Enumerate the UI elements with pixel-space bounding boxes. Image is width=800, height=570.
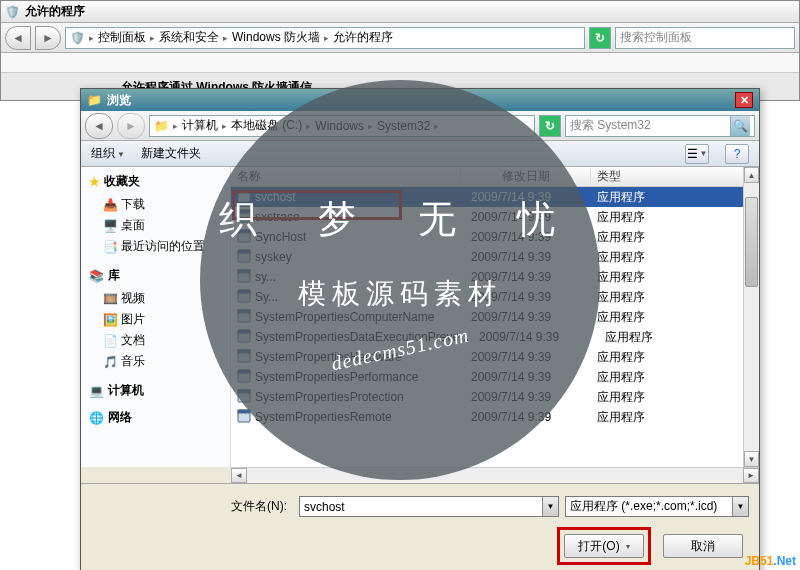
breadcrumb-item[interactable]: 系统和安全 <box>159 29 219 46</box>
open-button[interactable]: 打开(O)▾ <box>564 534 644 558</box>
chevron-down-icon[interactable]: ▼ <box>732 497 748 516</box>
horizontal-scrollbar[interactable]: ◄ ► <box>231 467 759 483</box>
filename-label: 文件名(N): <box>231 498 293 515</box>
file-row[interactable]: SystemPropertiesDataExecutionPreve...200… <box>231 327 759 347</box>
sidebar-network[interactable]: 🌐网络 <box>89 409 222 426</box>
file-row[interactable]: sy...2009/7/14 9:39应用程序 <box>231 267 759 287</box>
file-name: Sy... <box>255 290 278 304</box>
view-button[interactable]: ☰▼ <box>685 144 709 164</box>
outer-titlebar: 🛡️ 允许的程序 <box>1 1 799 23</box>
forward-button[interactable]: ► <box>35 26 61 50</box>
search-icon[interactable]: 🔍 <box>730 116 750 136</box>
sidebar-item-documents[interactable]: 📄文档 <box>89 330 222 351</box>
app-icon <box>237 269 251 286</box>
filename-input[interactable]: svchost ▼ <box>299 496 559 517</box>
search-placeholder: 搜索 System32 <box>570 117 651 134</box>
file-date: 2009/7/14 9:39 <box>461 350 591 364</box>
scroll-left-icon[interactable]: ◄ <box>231 468 247 483</box>
sidebar-item-videos[interactable]: 🎞️视频 <box>89 288 222 309</box>
svg-rect-11 <box>238 290 250 293</box>
dialog-forward-button[interactable]: ► <box>117 113 145 139</box>
picture-icon: 🖼️ <box>103 313 117 327</box>
breadcrumb-item[interactable]: System32 <box>377 119 430 133</box>
file-type: 应用程序 <box>599 329 759 346</box>
sidebar-favorites-header[interactable]: ★收藏夹 <box>89 173 222 190</box>
computer-icon: 💻 <box>89 384 104 398</box>
app-icon <box>237 289 251 306</box>
app-icon <box>237 349 251 366</box>
file-date: 2009/7/14 9:39 <box>461 310 591 324</box>
file-filter-select[interactable]: 应用程序 (*.exe;*.com;*.icd) ▼ <box>565 496 749 517</box>
scrollbar-thumb[interactable] <box>745 197 758 287</box>
svg-rect-1 <box>238 190 250 193</box>
sidebar-computer[interactable]: 💻计算机 <box>89 382 222 399</box>
chevron-right-icon: ▸ <box>324 33 329 43</box>
file-row[interactable]: SystemPropertiesPerformance2009/7/14 9:3… <box>231 367 759 387</box>
open-button-highlight: 打开(O)▾ <box>557 527 651 565</box>
file-date: 2009/7/14 9:39 <box>461 290 591 304</box>
app-icon <box>237 229 251 246</box>
file-row[interactable]: syskey2009/7/14 9:39应用程序 <box>231 247 759 267</box>
file-row[interactable]: svchost2009/7/14 9:39应用程序 <box>231 187 759 207</box>
app-icon <box>237 389 251 406</box>
file-name: svchost <box>255 190 296 204</box>
dialog-back-button[interactable]: ◄ <box>85 113 113 139</box>
outer-nav-bar: ◄ ► 🛡️ ▸ 控制面板 ▸ 系统和安全 ▸ Windows 防火墙 ▸ 允许… <box>1 23 799 53</box>
breadcrumb-item[interactable]: 本地磁盘 (C:) <box>231 117 302 134</box>
refresh-button[interactable]: ↻ <box>589 27 611 49</box>
chevron-right-icon: ▸ <box>150 33 155 43</box>
breadcrumb-item[interactable]: Windows 防火墙 <box>232 29 320 46</box>
dialog-address-bar[interactable]: 📁 ▸ 计算机 ▸ 本地磁盘 (C:) ▸ Windows ▸ System32… <box>149 115 535 137</box>
close-button[interactable]: ✕ <box>735 92 753 108</box>
dialog-search-input[interactable]: 搜索 System32 🔍 <box>565 115 755 137</box>
new-folder-button[interactable]: 新建文件夹 <box>141 145 201 162</box>
help-button[interactable]: ? <box>725 144 749 164</box>
dialog-titlebar[interactable]: 📁 浏览 ✕ <box>81 89 759 111</box>
sidebar-item-desktop[interactable]: 🖥️桌面 <box>89 215 222 236</box>
dialog-refresh-button[interactable]: ↻ <box>539 115 561 137</box>
sidebar-item-downloads[interactable]: 📥下载 <box>89 194 222 215</box>
column-name[interactable]: 名称 <box>231 168 461 185</box>
file-row[interactable]: sxstrace2009/7/14 9:39应用程序 <box>231 207 759 227</box>
breadcrumb-item[interactable]: 计算机 <box>182 117 218 134</box>
vertical-scrollbar[interactable]: ▲ ▼ <box>743 167 759 467</box>
sidebar-item-pictures[interactable]: 🖼️图片 <box>89 309 222 330</box>
organize-menu[interactable]: 组织▼ <box>91 145 125 162</box>
sidebar-libraries-header[interactable]: 📚库 <box>89 267 222 284</box>
breadcrumb-item[interactable]: 允许的程序 <box>333 29 393 46</box>
footer-watermark: JB51.Net <box>745 552 796 568</box>
breadcrumb-item[interactable]: Windows <box>315 119 364 133</box>
file-name: SystemPropertiesComputerName <box>255 310 434 324</box>
scroll-right-icon[interactable]: ► <box>743 468 759 483</box>
outer-address-bar[interactable]: 🛡️ ▸ 控制面板 ▸ 系统和安全 ▸ Windows 防火墙 ▸ 允许的程序 <box>65 27 585 49</box>
file-row[interactable]: SystemPropertiesProtection2009/7/14 9:39… <box>231 387 759 407</box>
column-date[interactable]: 修改日期 <box>461 168 591 185</box>
file-row[interactable]: SyncHost2009/7/14 9:39应用程序 <box>231 227 759 247</box>
file-date: 2009/7/14 9:39 <box>461 250 591 264</box>
file-name: SystemPropertiesDataExecutionPreve... <box>255 330 469 344</box>
breadcrumb-item[interactable]: 控制面板 <box>98 29 146 46</box>
file-row[interactable]: SystemPropertiesRemote2009/7/14 9:39应用程序 <box>231 407 759 427</box>
scroll-down-icon[interactable]: ▼ <box>744 451 759 467</box>
file-date: 2009/7/14 9:39 <box>461 370 591 384</box>
file-row[interactable]: Sy...2009/7/14 9:39应用程序 <box>231 287 759 307</box>
file-name: syskey <box>255 250 292 264</box>
chevron-down-icon[interactable]: ▼ <box>542 497 558 516</box>
sidebar-item-music[interactable]: 🎵音乐 <box>89 351 222 372</box>
file-row[interactable]: SystemPropertiesComputerName2009/7/14 9:… <box>231 307 759 327</box>
column-type[interactable]: 类型 <box>591 168 759 185</box>
dialog-bottom-panel: 文件名(N): svchost ▼ 应用程序 (*.exe;*.com;*.ic… <box>81 483 759 570</box>
outer-search-input[interactable]: 搜索控制面板 <box>615 27 795 49</box>
video-icon: 🎞️ <box>103 292 117 306</box>
cancel-button[interactable]: 取消 <box>663 534 743 558</box>
file-name: SystemPropertiesProtection <box>255 390 404 404</box>
browse-dialog: 📁 浏览 ✕ ◄ ► 📁 ▸ 计算机 ▸ 本地磁盘 (C:) ▸ Windows… <box>80 88 760 570</box>
folder-icon: 📁 <box>154 119 169 133</box>
scroll-up-icon[interactable]: ▲ <box>744 167 759 183</box>
back-button[interactable]: ◄ <box>5 26 31 50</box>
file-type: 应用程序 <box>591 389 759 406</box>
column-headers: 名称 修改日期 类型 <box>231 167 759 187</box>
file-row[interactable]: SystemPropertiesHardware2009/7/14 9:39应用… <box>231 347 759 367</box>
sidebar-item-recent[interactable]: 📑最近访问的位置 <box>89 236 222 257</box>
file-list[interactable]: svchost2009/7/14 9:39应用程序sxstrace2009/7/… <box>231 187 759 467</box>
